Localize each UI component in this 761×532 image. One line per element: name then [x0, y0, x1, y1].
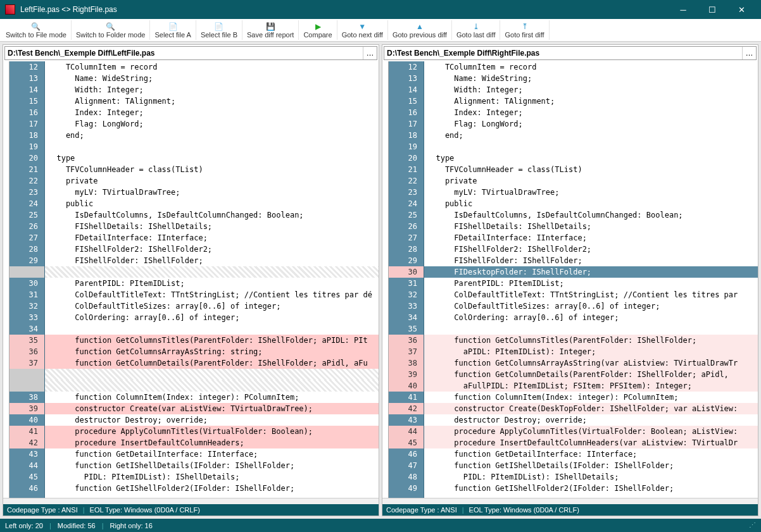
code-line[interactable]: private: [424, 175, 758, 187]
code-line[interactable]: function GetIShellDetails(IFolder: IShel…: [45, 460, 379, 471]
code-line[interactable]: ColOrdering: array[0..6] of integer;: [45, 312, 379, 323]
code-line[interactable]: function GetIShellFolder2(IFolder: IShel…: [45, 483, 379, 494]
code-line[interactable]: FIShellDetails: IShellDetails;: [45, 221, 379, 232]
code-line[interactable]: procedure InsertDefaultColumnHeaders(var…: [424, 437, 758, 448]
code-line[interactable]: [45, 323, 379, 335]
close-button[interactable]: ✕: [727, 0, 756, 19]
code-line[interactable]: Index: Integer;: [424, 107, 758, 118]
code-line[interactable]: ParentPIDL: PItemIDList;: [45, 278, 379, 289]
code-line[interactable]: public: [45, 198, 379, 209]
code-line[interactable]: function ColumnItem(Index: integer): PCo…: [45, 392, 379, 403]
code-line[interactable]: FDetailInterface: IInterface;: [424, 232, 758, 244]
code-line[interactable]: Name: WideString;: [45, 73, 379, 84]
code-line[interactable]: IsDefaultColumns, IsDefaultColumnChanged…: [424, 209, 758, 221]
code-line[interactable]: procedure ApplyColumnTitles(VirtualFolde…: [424, 426, 758, 437]
code-line[interactable]: ColDefaultTitleText: TTntStringList; //C…: [45, 289, 379, 300]
left-code-area[interactable]: 1213141516171819202122232425262728293031…: [3, 61, 379, 498]
select-file-b-button[interactable]: 📄 Select file B: [196, 20, 242, 40]
code-line[interactable]: function GetColumnsTitles(ParentFolder: …: [45, 335, 379, 346]
left-horizontal-scrollbar[interactable]: [3, 498, 379, 504]
code-line[interactable]: Flag: LongWord;: [45, 118, 379, 130]
code-line[interactable]: IsDefaultColumns, IsDefaultColumnChanged…: [45, 209, 379, 221]
code-line[interactable]: PIDL: PItemIDList): IShellDetails;: [45, 471, 379, 483]
code-line[interactable]: private: [45, 175, 379, 187]
switch-file-mode-button[interactable]: 🔍 Switch to File mode: [1, 20, 72, 40]
code-line[interactable]: aFullPIDL: PItemIDList; FSItem: PFSItem)…: [424, 380, 758, 392]
code-line[interactable]: FIShellFolder2: IShellFolder2;: [424, 244, 758, 255]
code-line[interactable]: [45, 380, 379, 392]
code-line[interactable]: TFVColumnHeader = class(TList): [424, 164, 758, 175]
code-line[interactable]: constructor Create(DeskTopFolder: IShell…: [424, 403, 758, 414]
code-line[interactable]: end;: [424, 130, 758, 141]
code-line[interactable]: TColumnItem = record: [45, 61, 379, 73]
goto-prev-diff-button[interactable]: ▲ Goto previous diff: [388, 20, 452, 40]
code-line[interactable]: Name: WideString;: [424, 73, 758, 84]
goto-first-diff-button[interactable]: ⤒ Goto first diff: [500, 20, 549, 40]
code-line[interactable]: function GetColumnsArrayAsString(var aLi…: [424, 357, 758, 369]
right-path-input[interactable]: [384, 47, 742, 59]
code-line[interactable]: function GetDetailInterface: IInterface;: [424, 448, 758, 460]
code-line[interactable]: public: [424, 198, 758, 209]
code-line[interactable]: Width: Integer;: [424, 84, 758, 96]
goto-next-diff-button[interactable]: ▼ Goto next diff: [337, 20, 388, 40]
code-line[interactable]: Width: Integer;: [45, 84, 379, 96]
code-line[interactable]: function GetIShellDetails(IFolder: IShel…: [424, 460, 758, 471]
minimize-button[interactable]: ─: [669, 0, 698, 19]
code-line[interactable]: function ColumnItem(Index: integer): PCo…: [424, 392, 758, 403]
code-line[interactable]: type: [424, 152, 758, 164]
code-line[interactable]: [424, 323, 758, 335]
code-line[interactable]: aPIDL: PItemIDList): Integer;: [424, 346, 758, 357]
left-browse-button[interactable]: …: [363, 47, 377, 59]
code-line[interactable]: FIShellFolder: IShellFolder;: [424, 255, 758, 266]
code-line[interactable]: [424, 141, 758, 152]
right-browse-button[interactable]: …: [742, 47, 756, 59]
goto-last-diff-button[interactable]: ⤓ Goto last diff: [452, 20, 501, 40]
save-diff-report-button[interactable]: 💾 Save diff report: [242, 20, 299, 40]
code-line[interactable]: myLV: TVirtualDrawTree;: [45, 187, 379, 198]
switch-folder-mode-button[interactable]: 🔍 Switch to Folder mode: [72, 20, 150, 40]
code-line[interactable]: destructor Destroy; override;: [424, 414, 758, 426]
code-line[interactable]: function GetColumnDetails(ParentFolder: …: [424, 369, 758, 380]
maximize-button[interactable]: ☐: [698, 0, 727, 19]
right-code[interactable]: TColumnItem = record Name: WideString; W…: [424, 61, 758, 498]
code-line[interactable]: function GetIShellFolder2(IFolder: IShel…: [424, 483, 758, 494]
left-path-input[interactable]: [5, 47, 363, 59]
code-line[interactable]: TColumnItem = record: [424, 61, 758, 73]
code-line[interactable]: destructor Destroy; override;: [45, 414, 379, 426]
code-line[interactable]: function GetColumnsTitles(ParentFolder: …: [424, 335, 758, 346]
code-line[interactable]: procedure InsertDefaultColumnHeaders;: [45, 437, 379, 448]
code-line[interactable]: ColDefaultTitleSizes: array[0..6] of int…: [424, 300, 758, 312]
code-line[interactable]: ColDefaultTitleText: TTntStringList; //C…: [424, 289, 758, 300]
code-line[interactable]: TFVColumnHeader = class(TList): [45, 164, 379, 175]
code-line[interactable]: Flag: LongWord;: [424, 118, 758, 130]
code-line[interactable]: FDetailInterface: IInterface;: [45, 232, 379, 244]
left-code[interactable]: TColumnItem = record Name: WideString; W…: [45, 61, 379, 498]
code-line[interactable]: ColOrdering: array[0..6] of integer;: [424, 312, 758, 323]
code-line[interactable]: myLV: TVirtualDrawTree;: [424, 187, 758, 198]
code-line[interactable]: Index: Integer;: [45, 107, 379, 118]
code-line[interactable]: FIShellFolder2: IShellFolder2;: [45, 244, 379, 255]
code-line[interactable]: procedure ApplyColumnTitles(VirtualFolde…: [45, 426, 379, 437]
code-line[interactable]: end;: [45, 130, 379, 141]
code-line[interactable]: function GetColumnsArrayAsString: string…: [45, 346, 379, 357]
select-file-a-button[interactable]: 📄 Select file A: [150, 20, 196, 40]
code-line[interactable]: [45, 266, 379, 278]
code-line[interactable]: PIDL: PItemIDList): IShellDetails;: [424, 471, 758, 483]
code-line[interactable]: function GetColumnDetails(ParentFolder: …: [45, 357, 379, 369]
code-line[interactable]: type: [45, 152, 379, 164]
right-horizontal-scrollbar[interactable]: [382, 498, 758, 504]
code-line[interactable]: [45, 369, 379, 380]
compare-button[interactable]: ▶ Compare: [299, 20, 337, 40]
code-line[interactable]: constructor Create(var aListView: TVirtu…: [45, 403, 379, 414]
code-line[interactable]: FIShellDetails: IShellDetails;: [424, 221, 758, 232]
code-line[interactable]: Alignment: TAlignment;: [45, 96, 379, 107]
code-line[interactable]: ParentPIDL: PItemIDList;: [424, 278, 758, 289]
code-line[interactable]: function GetDetailInterface: IInterface;: [45, 448, 379, 460]
code-line[interactable]: FIDesktopFolder: IShellFolder;: [424, 266, 758, 278]
resize-grip-icon[interactable]: ⋰: [749, 521, 756, 529]
code-line[interactable]: FIShellFolder: IShellFolder;: [45, 255, 379, 266]
code-line[interactable]: Alignment: TAlignment;: [424, 96, 758, 107]
right-code-area[interactable]: 1213141516171819202122232425262728293031…: [382, 61, 758, 498]
code-line[interactable]: [45, 141, 379, 152]
code-line[interactable]: ColDefaultTitleSizes: array[0..6] of int…: [45, 300, 379, 312]
